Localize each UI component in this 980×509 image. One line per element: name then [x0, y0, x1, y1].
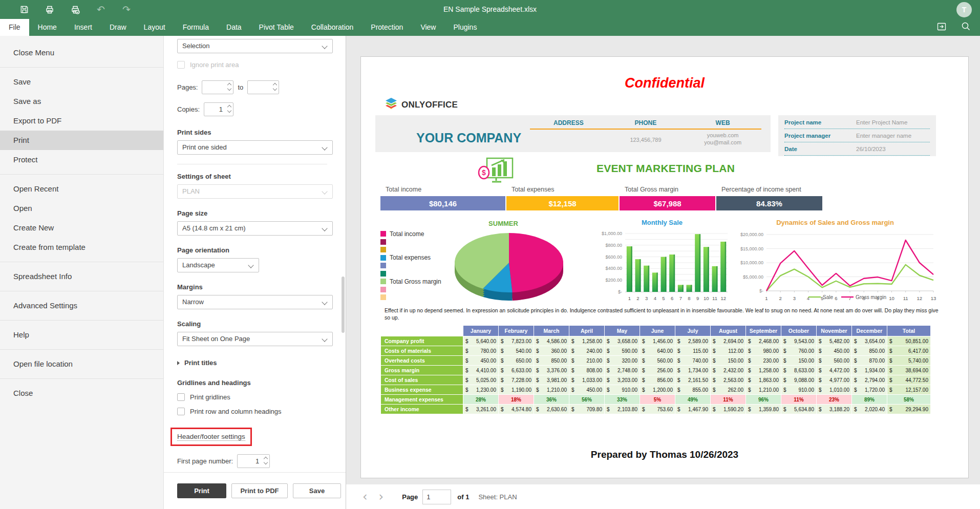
next-page-icon[interactable]: ›	[379, 491, 384, 503]
page-size-select[interactable]: A5 (14.8 cm x 21 cm)	[177, 221, 333, 236]
first-page-number-input[interactable]	[237, 454, 270, 468]
file-menu-create-from-template[interactable]: Create from template	[0, 238, 163, 257]
svg-text:11: 11	[712, 295, 717, 301]
tab-insert[interactable]: Insert	[66, 19, 101, 36]
table-cell: $4,586.00	[534, 336, 569, 346]
tab-plugins[interactable]: Plugins	[444, 19, 485, 36]
table-cell: $4,472.00	[817, 366, 851, 375]
table-cell: $870.00	[852, 356, 887, 365]
onlyoffice-logo-icon	[385, 98, 398, 112]
svg-text:Sale: Sale	[823, 294, 833, 300]
column-header-january: January	[463, 326, 498, 336]
tab-file[interactable]: File	[0, 19, 29, 36]
spin-down-icon[interactable]	[227, 109, 231, 114]
print-range-select[interactable]: Selection	[177, 39, 333, 53]
tab-formula[interactable]: Formula	[174, 19, 218, 36]
svg-text:$15,000.00: $15,000.00	[740, 246, 763, 251]
scaling-select[interactable]: Fit Sheet on One Page	[177, 332, 333, 346]
page-orientation-select[interactable]: Landscape	[177, 258, 259, 272]
print-sides-select[interactable]: Print one sided	[177, 140, 333, 155]
column-header-december: December	[852, 326, 887, 336]
avatar[interactable]: T	[956, 2, 972, 17]
project-row-project-manager: Project managerEnter manager name	[784, 129, 930, 142]
margins-select[interactable]: Narrow	[177, 295, 333, 309]
table-cell: $262.00	[711, 385, 745, 394]
header-footer-settings-link[interactable]: Header/footer settings	[177, 433, 245, 441]
first-page-number-label: First page number:	[177, 457, 233, 465]
column-header-october: October	[781, 326, 816, 336]
spin-down-icon[interactable]	[263, 461, 268, 465]
legend-item	[380, 270, 441, 278]
file-menu-open-file-location[interactable]: Open file location	[0, 354, 163, 374]
file-menu-create-new[interactable]: Create New	[0, 218, 163, 238]
redo-icon[interactable]: ↷	[121, 4, 132, 15]
table-cell: $3,376.00	[534, 366, 569, 375]
tab-draw[interactable]: Draw	[101, 19, 135, 36]
file-menu-close[interactable]: Close	[0, 384, 163, 403]
file-menu-print[interactable]: Print	[0, 131, 163, 150]
tab-home[interactable]: Home	[29, 19, 66, 36]
sheet-name-label: Sheet: PLAN	[478, 493, 517, 501]
spin-up-icon[interactable]	[227, 82, 231, 87]
print-headings-checkbox[interactable]: Print row and column headings	[177, 408, 340, 415]
metric-value-total-gross-margin: $67,988	[620, 196, 715, 210]
tab-collaboration[interactable]: Collaboration	[303, 19, 363, 36]
file-menu-spreadsheet-info[interactable]: Spreadsheet Info	[0, 267, 163, 286]
spin-down-icon[interactable]	[272, 87, 277, 92]
tab-layout[interactable]: Layout	[135, 19, 174, 36]
table-row-business-expense: Business expense$1,230.00$1,190.00$1,210…	[381, 385, 930, 394]
table-cell: $540.00	[499, 346, 534, 355]
print-to-pdf-button[interactable]: Print to PDF	[231, 483, 288, 498]
scrollbar-thumb[interactable]	[342, 277, 345, 333]
copies-input[interactable]	[204, 102, 233, 116]
file-menu-close-menu[interactable]: Close Menu	[0, 43, 163, 62]
legend-item: Total expenses	[380, 254, 441, 262]
bar-chart-title: Monthly Sale	[592, 219, 732, 226]
column-header-april: April	[569, 326, 604, 336]
spin-down-icon[interactable]	[227, 87, 231, 92]
save-button[interactable]: Save	[293, 483, 341, 498]
table-cell: $38,694.00	[887, 366, 930, 375]
table-cell: $1,258.00	[746, 366, 781, 375]
to-label: to	[238, 83, 243, 91]
search-icon[interactable]	[961, 22, 971, 33]
pie-chart-legend: Total incomeTotal expensesTotal Gross ma…	[380, 230, 441, 302]
table-cell: $6,417.00	[887, 346, 930, 355]
quick-print-icon[interactable]	[70, 4, 81, 15]
tab-protection[interactable]: Protection	[362, 19, 412, 36]
print-titles-toggle[interactable]: Print titles	[177, 359, 340, 367]
panel-scrollbar[interactable]	[341, 36, 345, 472]
print-icon[interactable]	[44, 4, 55, 15]
ignore-print-area-checkbox[interactable]: Ignore print area	[177, 61, 340, 69]
table-cell: 33%	[605, 395, 640, 404]
table-cell: 11%	[711, 395, 745, 404]
page-number-input[interactable]	[422, 490, 451, 504]
file-menu-protect[interactable]: Protect	[0, 150, 163, 169]
pages-from-input[interactable]	[202, 80, 233, 94]
prev-page-icon[interactable]: ‹	[363, 491, 368, 503]
print-gridlines-checkbox[interactable]: Print gridlines	[177, 393, 340, 401]
save-icon[interactable]	[18, 4, 30, 15]
svg-text:$200.00: $200.00	[605, 278, 622, 283]
svg-text:$5,000.00: $5,000.00	[743, 274, 763, 280]
file-menu-open[interactable]: Open	[0, 199, 163, 218]
pages-to-input[interactable]	[247, 80, 279, 94]
file-menu-save[interactable]: Save	[0, 72, 163, 92]
print-button[interactable]: Print	[177, 483, 226, 498]
undo-icon[interactable]: ↶	[95, 4, 106, 15]
table-cell: $1,734.00	[675, 366, 710, 375]
table-cell: $855.00	[675, 385, 710, 394]
file-menu-export-to-pdf[interactable]: Export to PDF	[0, 111, 163, 131]
tab-data[interactable]: Data	[218, 19, 250, 36]
sheet-settings-select[interactable]: PLAN	[177, 184, 333, 199]
table-cell: $1,359.80	[746, 405, 781, 414]
file-menu-advanced-settings[interactable]: Advanced Settings	[0, 296, 163, 315]
tab-pivot-table[interactable]: Pivot Table	[250, 19, 303, 36]
file-menu-help[interactable]: Help	[0, 325, 163, 345]
table-cell: $360.00	[534, 346, 569, 355]
file-menu-save-as[interactable]: Save as	[0, 92, 163, 111]
table-cell: $1,230.00	[463, 385, 498, 394]
file-menu-open-recent[interactable]: Open Recent	[0, 179, 163, 199]
tab-view[interactable]: View	[412, 19, 444, 36]
open-file-location-icon[interactable]	[936, 22, 947, 33]
